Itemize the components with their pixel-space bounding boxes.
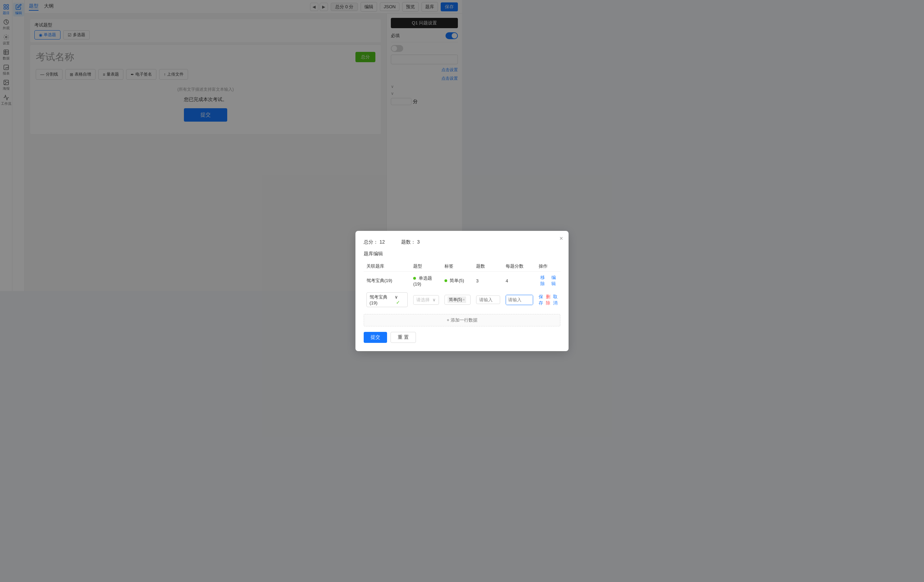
type-dot: [413, 277, 416, 279]
edit-row: 驾考宝典(19) ∨ ✓ 请选择 ∨: [364, 289, 462, 291]
edit-td-type: 请选择 ∨: [411, 289, 441, 291]
td-type: 单选题(19): [411, 272, 441, 290]
table-row: 驾考宝典(19) 单选题(19) 简单(5) 3 4 移除 编辑: [364, 272, 462, 290]
edit-td-tag: 简单(5) ×: [442, 289, 462, 291]
modal-dialog: × 总分： 12 题数： 3 题库编辑 关联题库 题型 标签 题数 每题分数: [355, 231, 462, 291]
td-bank: 驾考宝典(19): [364, 272, 411, 290]
tag-dot: [444, 279, 447, 282]
modal-table: 关联题库 题型 标签 题数 每题分数 操作 驾考宝典(19) 单选题(19): [364, 261, 462, 291]
modal-section-title: 题库编辑: [364, 251, 462, 257]
modal-overlay: × 总分： 12 题数： 3 题库编辑 关联题库 题型 标签 题数 每题分数: [0, 0, 462, 291]
edit-td-bank: 驾考宝典(19) ∨ ✓: [364, 289, 411, 291]
th-bank: 关联题库: [364, 261, 411, 272]
modal-total-score: 总分： 12: [364, 239, 384, 245]
td-tag: 简单(5): [442, 272, 462, 290]
modal-question-count: 题数： 3: [401, 239, 420, 245]
th-type: 题型: [411, 261, 441, 272]
modal-header-info: 总分： 12 题数： 3: [364, 239, 462, 245]
th-tag: 标签: [442, 261, 462, 272]
